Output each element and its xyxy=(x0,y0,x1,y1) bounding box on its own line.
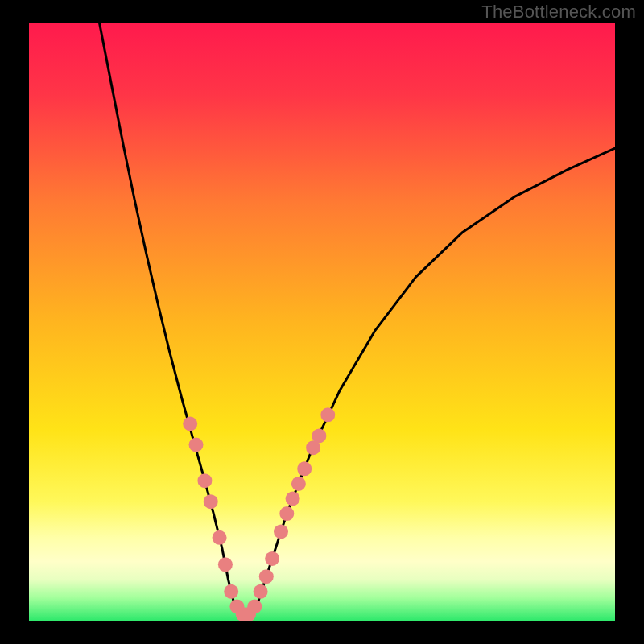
dot xyxy=(274,524,288,539)
chart-svg xyxy=(0,0,644,644)
dot xyxy=(291,477,306,491)
dot xyxy=(183,417,197,431)
dot xyxy=(189,438,204,452)
dot xyxy=(279,506,294,521)
dot xyxy=(218,557,233,572)
dot xyxy=(320,407,335,422)
watermark-text: TheBottleneck.com xyxy=(481,2,636,23)
dot xyxy=(259,569,274,584)
dot xyxy=(297,461,312,476)
dot xyxy=(286,492,300,506)
dot xyxy=(213,530,227,545)
dot xyxy=(224,584,238,599)
frame-bottom xyxy=(0,621,644,644)
dot xyxy=(254,584,268,599)
dot xyxy=(197,473,212,488)
dot xyxy=(265,551,279,566)
dot xyxy=(204,494,218,509)
chart-stage: { "watermark": "TheBottleneck.com", "col… xyxy=(0,0,644,644)
dot xyxy=(247,599,262,613)
frame-left xyxy=(0,0,29,644)
dot xyxy=(312,428,326,443)
frame-right xyxy=(615,0,644,644)
